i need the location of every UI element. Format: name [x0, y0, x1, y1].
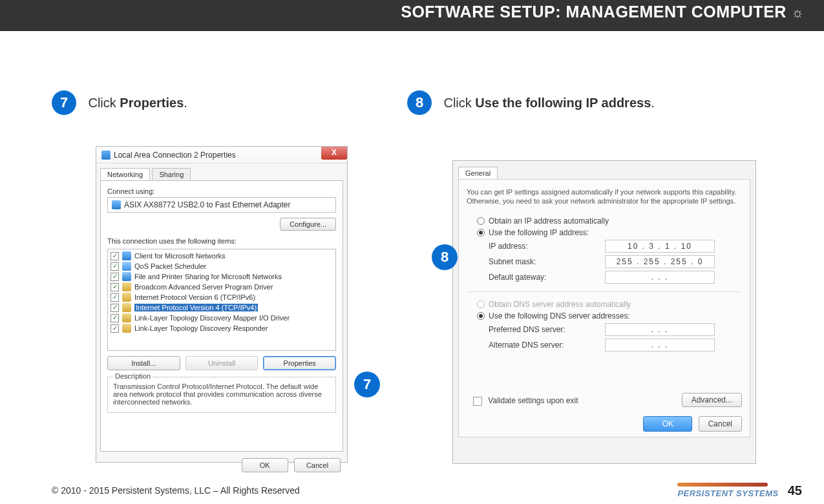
radio-label: Obtain DNS server address automatically [489, 300, 631, 309]
item-label: Client for Microsoft Networks [134, 252, 226, 260]
protocol-icon [122, 282, 131, 291]
fileprint-icon [122, 272, 131, 281]
description-text: Transmission Control Protocol/Internet P… [113, 383, 322, 406]
protocol-icon [122, 324, 131, 333]
default-gateway-label: Default gateway: [489, 273, 605, 282]
checkbox-icon[interactable] [473, 397, 482, 406]
step-7-text: Click Properties. [88, 96, 187, 110]
adapter-box[interactable]: ASIX AX88772 USB2.0 to Fast Ethernet Ada… [107, 197, 336, 213]
subnet-mask-field[interactable]: 255 . 255 . 255 . 0 [605, 255, 715, 268]
header-decor-icon: ☼ [791, 5, 805, 21]
description-legend: Description [113, 372, 153, 380]
advanced-button[interactable]: Advanced... [682, 393, 742, 407]
checkbox-icon[interactable]: ✓ [111, 304, 119, 312]
header-title: SOFTWARE SETUP: MANAGEMENT COMPUTER [401, 3, 787, 21]
network-adapter-icon [101, 151, 111, 160]
preferred-dns-field[interactable]: . . . [605, 323, 715, 336]
radio-dns-auto: Obtain DNS server address automatically [477, 300, 742, 309]
connect-using-label: Connect using: [107, 187, 336, 195]
subnet-mask-label: Subnet mask: [489, 257, 605, 266]
lan-properties-dialog: Local Area Connection 2 Properties X Net… [96, 146, 348, 463]
ipv4-properties-dialog: General You can get IP settings assigned… [452, 160, 756, 464]
checkbox-icon[interactable]: ✓ [111, 252, 119, 260]
client-icon [122, 251, 131, 260]
checkbox-icon[interactable]: ✓ [111, 283, 119, 291]
checkbox-icon[interactable]: ✓ [111, 262, 119, 271]
validate-row[interactable]: Validate settings upon exit [473, 396, 578, 406]
description-group: Description Transmission Control Protoco… [107, 377, 336, 413]
item-label: Internet Protocol Version 4 (TCP/IPv4) [134, 304, 258, 311]
ok-button[interactable]: OK [242, 458, 288, 472]
list-item[interactable]: ✓Link-Layer Topology Discovery Responder [108, 323, 335, 333]
list-item[interactable]: ✓Broadcom Advanced Server Program Driver [108, 282, 335, 292]
ip-address-field[interactable]: 10 . 3 . 1 . 10 [605, 240, 715, 253]
radio-label: Obtain an IP address automatically [489, 216, 609, 226]
validate-label: Validate settings upon exit [488, 396, 578, 405]
callout-7-badge: 7 [354, 372, 380, 397]
step-8-pre: Click [443, 96, 475, 110]
radio-label: Use the following DNS server addresses: [489, 311, 630, 320]
list-item[interactable]: ✓Link-Layer Topology Discovery Mapper I/… [108, 313, 335, 323]
page-header: SOFTWARE SETUP: MANAGEMENT COMPUTER ☼ [0, 0, 824, 31]
radio-icon [477, 300, 485, 308]
ip-address-label: IP address: [489, 242, 605, 251]
radio-use-following-ip[interactable]: Use the following IP address: [477, 228, 742, 237]
install-button[interactable]: Install... [107, 356, 180, 370]
item-label: File and Printer Sharing for Microsoft N… [134, 273, 282, 280]
default-gateway-field[interactable]: . . . [605, 271, 715, 284]
radio-obtain-auto[interactable]: Obtain an IP address automatically [477, 216, 742, 226]
page-number: 45 [788, 483, 802, 498]
checkbox-icon[interactable]: ✓ [111, 273, 119, 281]
brand-bar-icon [677, 483, 768, 487]
step-8-post: . [651, 96, 655, 110]
adapter-name: ASIX AX88772 USB2.0 to Fast Ethernet Ada… [124, 200, 291, 209]
ok-button[interactable]: OK [643, 416, 692, 432]
list-item-selected[interactable]: ✓Internet Protocol Version 4 (TCP/IPv4) [108, 302, 335, 313]
dialog7-titlebar[interactable]: Local Area Connection 2 Properties X [96, 147, 347, 163]
radio-icon[interactable] [477, 312, 485, 320]
adapter-icon [112, 200, 121, 209]
intro-text: You can get IP settings assigned automat… [467, 187, 742, 206]
cancel-button[interactable]: Cancel [294, 458, 341, 472]
configure-button[interactable]: Configure... [280, 218, 336, 231]
protocol-icon [122, 313, 131, 322]
list-item[interactable]: ✓File and Printer Sharing for Microsoft … [108, 271, 335, 282]
close-icon[interactable]: X [321, 147, 347, 160]
connection-items-list[interactable]: ✓Client for Microsoft Networks ✓QoS Pack… [107, 249, 336, 351]
checkbox-icon[interactable]: ✓ [111, 324, 119, 333]
radio-label: Use the following IP address: [489, 228, 589, 237]
preferred-dns-label: Preferred DNS server: [489, 325, 605, 334]
radio-icon[interactable] [477, 229, 485, 236]
tab-general[interactable]: General [458, 167, 498, 180]
tab-sharing[interactable]: Sharing [152, 168, 191, 181]
list-item[interactable]: ✓Internet Protocol Version 6 (TCP/IPv6) [108, 292, 335, 302]
properties-button[interactable]: Properties [263, 356, 336, 370]
page-footer: © 2010 - 2015 Persistent Systems, LLC – … [0, 477, 824, 504]
alternate-dns-label: Alternate DNS server: [489, 341, 605, 350]
checkbox-icon[interactable]: ✓ [111, 314, 119, 322]
item-label: Link-Layer Topology Discovery Mapper I/O… [134, 314, 290, 322]
list-item[interactable]: ✓QoS Packet Scheduler [108, 261, 335, 271]
step-8-badge: 8 [407, 90, 432, 115]
tab-networking[interactable]: Networking [100, 168, 150, 181]
item-label: Broadcom Advanced Server Program Driver [134, 283, 273, 291]
checkbox-icon[interactable]: ✓ [111, 293, 119, 302]
alternate-dns-field[interactable]: . . . [605, 339, 715, 352]
items-label: This connection uses the following items… [107, 237, 336, 245]
protocol-icon [122, 293, 131, 302]
radio-dns-manual[interactable]: Use the following DNS server addresses: [477, 311, 742, 320]
scheduler-icon [122, 262, 131, 271]
step-7-badge: 7 [52, 90, 76, 115]
list-item[interactable]: ✓Client for Microsoft Networks [108, 251, 335, 261]
step-7-pre: Click [88, 96, 120, 110]
radio-icon[interactable] [477, 217, 485, 225]
protocol-icon [122, 303, 131, 312]
cancel-button[interactable]: Cancel [699, 416, 742, 432]
item-label: Link-Layer Topology Discovery Responder [134, 324, 268, 332]
dialog7-title: Local Area Connection 2 Properties [114, 151, 236, 160]
callout-8-badge: 8 [432, 244, 458, 270]
uninstall-button: Uninstall [185, 356, 259, 370]
step-8-text: Click Use the following IP address. [443, 96, 654, 110]
step-7-post: . [184, 96, 187, 110]
item-label: QoS Packet Scheduler [134, 262, 206, 270]
